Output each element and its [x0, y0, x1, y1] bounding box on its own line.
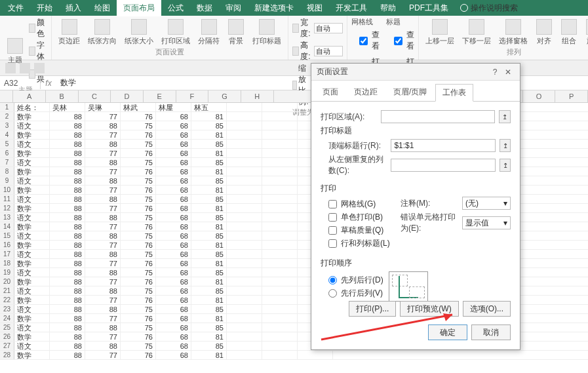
row-header[interactable]: 28 [0, 351, 14, 359]
align-button[interactable]: 对齐 [533, 18, 555, 47]
cell[interactable]: 88 [50, 158, 85, 167]
cell[interactable]: 81 [191, 277, 227, 286]
cell[interactable]: 76 [121, 277, 156, 286]
row-header[interactable]: 22 [0, 296, 14, 304]
cell[interactable] [262, 121, 298, 130]
cell[interactable]: 数学 [14, 259, 50, 267]
cell[interactable] [262, 167, 298, 176]
cell[interactable]: 林武 [121, 103, 156, 111]
cell[interactable] [262, 231, 298, 240]
cell[interactable] [227, 149, 262, 157]
cell[interactable] [227, 241, 262, 249]
cell[interactable] [298, 351, 333, 359]
cell[interactable]: 68 [156, 277, 191, 286]
cell[interactable]: 语文 [14, 231, 50, 240]
cell[interactable]: 68 [156, 259, 191, 267]
cell[interactable]: 85 [191, 231, 227, 240]
cell[interactable] [262, 314, 298, 323]
cell[interactable]: 76 [121, 241, 156, 249]
name-box[interactable]: A32 [0, 77, 41, 89]
cell[interactable] [227, 176, 262, 185]
cell[interactable]: 68 [156, 167, 191, 176]
cell[interactable] [262, 268, 298, 277]
row-header[interactable]: 4 [0, 130, 14, 139]
cell[interactable]: 数学 [14, 241, 50, 249]
cell[interactable]: 76 [121, 204, 156, 212]
cell[interactable]: 88 [50, 241, 85, 249]
tab-custom[interactable]: 新建选项卡 [248, 0, 300, 16]
row-header[interactable]: 8 [0, 167, 14, 176]
cell[interactable]: 76 [121, 222, 156, 231]
cell[interactable]: 68 [156, 268, 191, 277]
cell[interactable] [227, 314, 262, 323]
row-header[interactable]: 20 [0, 277, 14, 286]
cell[interactable] [262, 103, 298, 111]
cell[interactable] [227, 250, 262, 258]
cell[interactable] [227, 323, 262, 332]
cell[interactable]: 77 [85, 167, 121, 176]
cell[interactable]: 76 [121, 296, 156, 304]
cell[interactable] [227, 222, 262, 231]
dlg-tab-sheet[interactable]: 工作表 [435, 84, 473, 102]
cell[interactable] [262, 351, 298, 359]
row-header[interactable]: 14 [0, 222, 14, 231]
selection-pane-button[interactable]: 选择窗格 [496, 18, 530, 47]
qa-redo-icon[interactable] [34, 63, 45, 73]
cell[interactable] [227, 130, 262, 139]
top-row-input[interactable] [391, 139, 496, 152]
cell[interactable]: 88 [50, 286, 85, 295]
cell[interactable]: 85 [191, 176, 227, 185]
cell[interactable]: 85 [191, 342, 227, 350]
print-area-picker-icon[interactable]: ↥ [499, 110, 511, 123]
cell[interactable]: 88 [50, 121, 85, 130]
cell[interactable] [262, 241, 298, 249]
cell[interactable]: 88 [85, 342, 121, 350]
cell[interactable]: 85 [191, 286, 227, 295]
cell[interactable] [262, 195, 298, 203]
cell[interactable]: 68 [156, 176, 191, 185]
row-header[interactable]: 13 [0, 213, 14, 222]
cell[interactable]: 88 [85, 158, 121, 167]
group-button[interactable]: 组合 [558, 18, 580, 47]
table-row[interactable]: 28数学8877766881 [0, 351, 588, 360]
cell[interactable]: 88 [85, 323, 121, 332]
cell[interactable]: 76 [121, 167, 156, 176]
cell[interactable]: 数学 [14, 332, 50, 341]
cell[interactable]: 88 [85, 195, 121, 203]
left-col-input[interactable] [391, 159, 496, 172]
row-header[interactable]: 2 [0, 112, 14, 121]
cell[interactable] [227, 158, 262, 167]
cell[interactable]: 88 [85, 286, 121, 295]
cell[interactable] [262, 259, 298, 267]
margins-button[interactable]: 页边距 [56, 18, 83, 47]
col-F[interactable]: F [176, 90, 209, 102]
cell[interactable] [227, 204, 262, 212]
cell[interactable]: 数学 [14, 130, 50, 139]
cell[interactable]: 88 [85, 213, 121, 222]
cell[interactable]: 68 [156, 195, 191, 203]
cell[interactable] [227, 342, 262, 350]
row-header[interactable]: 24 [0, 314, 14, 323]
cell[interactable] [262, 286, 298, 295]
cell[interactable] [227, 296, 262, 304]
size-button[interactable]: 纸张大小 [122, 18, 156, 47]
cell[interactable]: 语文 [14, 305, 50, 313]
cell[interactable]: 88 [50, 259, 85, 267]
cell[interactable]: 68 [156, 286, 191, 295]
top-row-picker-icon[interactable]: ↥ [500, 139, 511, 152]
cell[interactable]: 88 [50, 231, 85, 240]
cell[interactable]: 81 [191, 296, 227, 304]
cell[interactable] [227, 103, 262, 111]
row-header[interactable]: 10 [0, 186, 14, 194]
cell[interactable]: 77 [85, 332, 121, 341]
cell[interactable]: 85 [191, 250, 227, 258]
cell[interactable]: 语文 [14, 176, 50, 185]
cell[interactable]: 75 [121, 305, 156, 313]
tab-view[interactable]: 视图 [300, 0, 329, 16]
cell[interactable] [227, 213, 262, 222]
cell[interactable]: 68 [156, 296, 191, 304]
cell[interactable]: 数学 [14, 186, 50, 194]
cancel-button[interactable]: 取消 [471, 324, 511, 340]
cell[interactable]: 68 [156, 323, 191, 332]
cell[interactable]: 75 [121, 286, 156, 295]
